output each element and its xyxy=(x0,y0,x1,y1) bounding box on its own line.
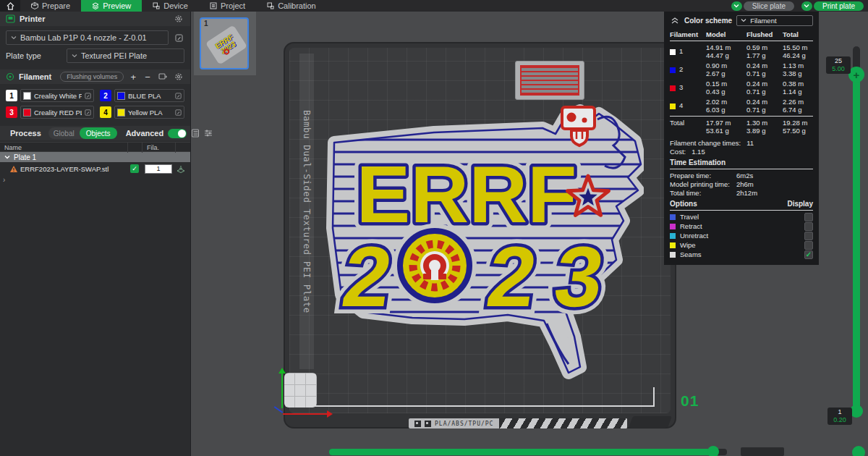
process-list-button[interactable] xyxy=(191,127,200,139)
plate-number: 01 xyxy=(681,392,699,410)
plate-thumbnail-model: ERRF 2023 xyxy=(205,25,247,64)
object-plater-icon[interactable] xyxy=(175,163,187,174)
filament-1-chip[interactable]: 1 xyxy=(6,90,17,101)
printable-checkbox[interactable]: ✓ xyxy=(130,164,139,173)
advanced-label: Advanced xyxy=(126,129,164,138)
wipe-swatch xyxy=(670,242,676,248)
option-row-wipe: Wipe xyxy=(670,240,813,250)
wipe-checkbox[interactable] xyxy=(804,241,813,250)
filament-4-swatch xyxy=(117,109,125,117)
unretract-checkbox[interactable] xyxy=(804,232,813,240)
top-layer-number: 25 xyxy=(826,57,851,65)
filament-change-value: 11 xyxy=(746,139,754,147)
layers-icon xyxy=(92,2,99,9)
print-plate-dropdown[interactable] xyxy=(801,1,812,11)
remove-filament-button[interactable]: − xyxy=(142,72,153,83)
filament-4-chip[interactable]: 4 xyxy=(100,106,111,118)
list-icon xyxy=(191,129,200,138)
global-option[interactable]: Global xyxy=(48,130,80,138)
layer-slider-top-handle[interactable]: + xyxy=(848,67,864,83)
ams-sync-icon[interactable] xyxy=(157,71,169,83)
tab-device[interactable]: Device xyxy=(142,0,199,12)
filament-slot-3[interactable]: 3 Creality RED PLA+ xyxy=(6,106,94,119)
seams-checkbox[interactable] xyxy=(804,250,813,259)
x-axis-arrow xyxy=(327,410,333,418)
process-settings-icon[interactable] xyxy=(204,127,213,139)
time-estimation-title: Time Estimation xyxy=(670,156,813,168)
filament-usage-table: Filament Model Flushed Total xyxy=(670,28,813,40)
pencil-icon[interactable] xyxy=(85,93,91,99)
home-button[interactable] xyxy=(0,0,20,12)
model-errf2023[interactable]: ERRF ERRF ERRF 2 2 2 2 2 2 3 3 3 xyxy=(326,98,644,380)
plate-list-row[interactable]: Plate 1 xyxy=(0,152,190,162)
plate-material-text: PLA/ABS/TPU/PC xyxy=(435,421,493,427)
plate-thumbnail[interactable]: 1 ERRF 2023 xyxy=(200,17,249,69)
filament-swatch xyxy=(670,67,676,73)
global-objects-toggle[interactable]: Global Objects xyxy=(48,127,117,139)
prime-tower xyxy=(515,61,584,100)
option-row-unretract: Unretract xyxy=(670,231,813,240)
advanced-toggle[interactable] xyxy=(168,129,187,138)
retract-checkbox[interactable] xyxy=(804,222,813,231)
fila-column-header: Fila. xyxy=(142,143,175,153)
filament-slot-4[interactable]: 4 Yellow PLA xyxy=(100,106,184,119)
printer-preset-select[interactable]: Bambu Lab P1P 0.4 nozzle - Z-0.01 xyxy=(6,30,169,45)
slice-plate-button[interactable]: Slice plate xyxy=(744,1,794,11)
model-text-errf: ERRF xyxy=(357,149,577,240)
calibration-pad xyxy=(284,373,317,408)
filament-swatch xyxy=(670,85,676,91)
filament-3-name: Creality RED PLA+ xyxy=(34,109,82,117)
filament-3-chip[interactable]: 3 xyxy=(6,106,17,118)
filament-usage-rows: 1 14.91 m44.47 g 0.59 m1.77 g 15.50 m46.… xyxy=(670,43,813,115)
actions-column-header xyxy=(175,143,191,153)
tune-icon xyxy=(204,129,213,138)
tab-preview[interactable]: Preview xyxy=(81,0,142,12)
object-filament-box[interactable]: 1 xyxy=(145,164,172,174)
topbar-actions: Slice plate Print plate xyxy=(731,1,864,11)
bottom-layer-number: 1 xyxy=(827,408,852,416)
collapse-panel-button[interactable] xyxy=(670,14,680,26)
flushing-volumes-button[interactable]: Flushing volumes xyxy=(60,72,124,82)
filament-2-chip[interactable]: 2 xyxy=(100,90,111,101)
slice-plate-dropdown[interactable] xyxy=(731,1,742,11)
hazard-stripes xyxy=(499,418,627,428)
tab-prepare[interactable]: Prepare xyxy=(20,0,81,12)
gear-icon xyxy=(174,72,183,81)
pencil-icon[interactable] xyxy=(85,109,91,116)
y-axis-arrow xyxy=(278,368,286,373)
project-icon xyxy=(210,2,217,9)
skirt-line xyxy=(315,405,655,407)
pencil-icon[interactable] xyxy=(175,109,182,116)
table-row: 1 xyxy=(670,43,706,61)
color-scheme-select[interactable]: Filament xyxy=(736,15,813,26)
retract-swatch xyxy=(670,224,676,229)
filament-settings-button[interactable] xyxy=(173,71,184,83)
plate-handle xyxy=(629,416,672,428)
filament-usage-total: Total 17.97 m53.61 g 1.30 m3.89 g 19.28 … xyxy=(670,118,813,136)
add-filament-button[interactable]: + xyxy=(128,72,138,83)
plate-type-select[interactable]: Textured PEI Plate xyxy=(67,48,184,63)
expand-object-chevron[interactable]: › xyxy=(0,175,190,185)
filament-swatch xyxy=(670,49,676,55)
tab-label: Device xyxy=(163,1,188,10)
objects-option[interactable]: Objects xyxy=(80,127,117,139)
pencil-icon[interactable] xyxy=(175,93,182,99)
print-plate-button[interactable]: Print plate xyxy=(814,1,864,11)
chevron-down-icon xyxy=(11,35,17,40)
travel-checkbox[interactable] xyxy=(804,213,813,221)
y-axis xyxy=(281,373,283,408)
process-section-title: Process xyxy=(10,129,41,138)
tab-project[interactable]: Project xyxy=(199,0,256,12)
step-slider-handle[interactable] xyxy=(707,446,719,456)
printable-column-header xyxy=(127,143,142,153)
printer-settings-button[interactable] xyxy=(173,13,184,25)
tab-calibration[interactable]: Calibration xyxy=(256,0,327,12)
tab-label: Calibration xyxy=(278,1,316,10)
edit-printer-preset-button[interactable] xyxy=(173,32,184,43)
filament-slot-1[interactable]: 1 Creality White PLA+ xyxy=(6,89,94,102)
object-list-row[interactable]: ERRF2023-LAYER-SWAP.stl ✓ 1 xyxy=(0,162,190,175)
home-icon xyxy=(7,2,14,10)
tab-label: Preview xyxy=(103,1,131,10)
filament-slot-2[interactable]: 2 BLUE PLA xyxy=(100,89,184,102)
play-button[interactable] xyxy=(852,446,865,456)
